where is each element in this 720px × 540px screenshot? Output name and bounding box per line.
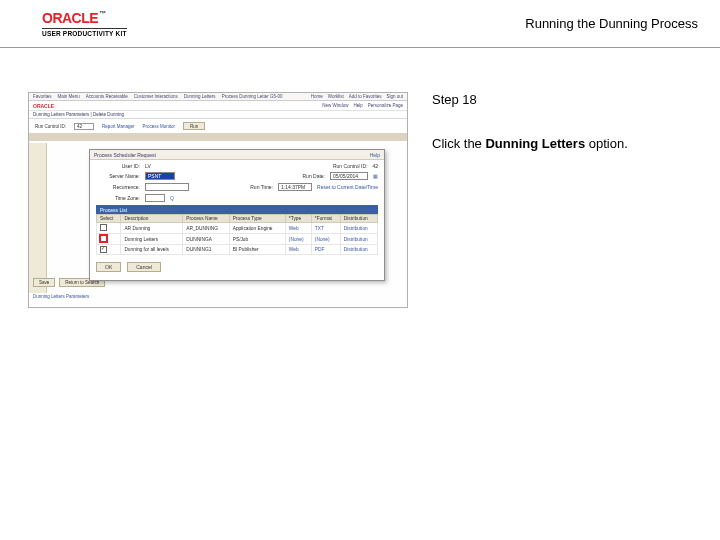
- mini-oracle-logo: ORACLE: [33, 103, 54, 109]
- cell-type[interactable]: Web: [285, 223, 311, 234]
- embedded-screenshot: Favorites Main Menu Accounts Receivable …: [28, 92, 408, 308]
- cell-process-name: DUNNING1: [183, 245, 229, 255]
- runcontrol-value: 42: [372, 163, 378, 169]
- modal-footer: OK Cancel: [90, 259, 384, 275]
- instr-pre: Click the: [432, 136, 485, 151]
- process-list-header: Process List: [96, 205, 378, 214]
- cell-format[interactable]: PDF: [311, 245, 340, 255]
- cell-description: Dunning Letters: [121, 234, 183, 245]
- select-checkbox[interactable]: [100, 224, 107, 231]
- timezone-label: Time Zone:: [96, 195, 140, 201]
- server-name-field[interactable]: PSNT: [145, 172, 175, 180]
- cell-type[interactable]: (None): [285, 234, 311, 245]
- th-process-name: Process Name: [183, 215, 229, 223]
- modal-title: Process Scheduler Request: [94, 152, 156, 158]
- ok-button[interactable]: OK: [96, 262, 121, 272]
- mini-side-strip: [29, 143, 47, 293]
- runtime-field[interactable]: 1:14:37PM: [278, 183, 312, 191]
- instruction-pane: Step 18 Click the Dunning Letters option…: [424, 92, 704, 308]
- runcontrol-label: Run Control ID:: [331, 163, 367, 169]
- cell-process-name: AR_DUNNING: [183, 223, 229, 234]
- report-manager-link[interactable]: Report Manager: [102, 124, 135, 129]
- instruction-text: Click the Dunning Letters option.: [432, 135, 684, 153]
- modal-body: User ID: LV Run Control ID: 42 Server Na…: [90, 160, 384, 259]
- table-row: AR Dunning AR_DUNNING Application Engine…: [97, 223, 378, 234]
- user-id-label: User ID:: [96, 163, 140, 169]
- oracle-logo-text: ORACLE: [42, 10, 98, 26]
- runcontrol-value: 42: [74, 123, 94, 130]
- mini-filter-row: Run Control ID: 42 Report Manager Proces…: [29, 119, 407, 133]
- th-process-type: Process Type: [229, 215, 285, 223]
- table-row: Dunning for all levels DUNNING1 BI Publi…: [97, 245, 378, 255]
- timezone-field[interactable]: [145, 194, 165, 202]
- process-monitor-link[interactable]: Process Monitor: [143, 124, 176, 129]
- modal-help-link[interactable]: Help: [370, 152, 380, 158]
- cell-process-type: Application Engine: [229, 223, 285, 234]
- th-description: Description: [121, 215, 183, 223]
- cell-description: AR Dunning: [121, 223, 183, 234]
- nav-item[interactable]: Accounts Receivable: [86, 94, 128, 99]
- cell-distribution[interactable]: Distribution: [340, 245, 377, 255]
- logo-subtitle: USER PRODUCTIVITY KIT: [42, 28, 127, 37]
- mini-tabs[interactable]: Dunning Letters Parameters | Delete Dunn…: [29, 111, 407, 119]
- reset-time-link[interactable]: Reset to Current Date/Time: [317, 184, 378, 190]
- th-format: *Format: [311, 215, 340, 223]
- cell-format[interactable]: TXT: [311, 223, 340, 234]
- cell-process-name: DUNNINGA: [183, 234, 229, 245]
- step-label: Step 18: [432, 92, 684, 107]
- run-button[interactable]: Run: [183, 122, 205, 130]
- nav-item[interactable]: Main Menu: [58, 94, 80, 99]
- process-scheduler-modal: Process Scheduler Request Help User ID: …: [89, 149, 385, 281]
- cell-type[interactable]: Web: [285, 245, 311, 255]
- nav-item[interactable]: Home: [311, 94, 323, 99]
- th-type: *Type: [285, 215, 311, 223]
- screenshot-pane: Favorites Main Menu Accounts Receivable …: [0, 92, 424, 308]
- modal-title-bar: Process Scheduler Request Help: [90, 150, 384, 160]
- runcontrol-label: Run Control ID:: [35, 124, 66, 129]
- user-id-value: LV: [145, 163, 151, 169]
- calendar-icon[interactable]: ▦: [373, 173, 378, 179]
- select-checkbox[interactable]: [100, 246, 107, 253]
- nav-item[interactable]: Add to Favorites: [349, 94, 382, 99]
- cancel-button[interactable]: Cancel: [127, 262, 161, 272]
- link-help[interactable]: Help: [353, 103, 362, 108]
- nav-item[interactable]: Worklist: [328, 94, 344, 99]
- instr-bold: Dunning Letters: [485, 136, 585, 151]
- nav-item[interactable]: Sign out: [386, 94, 403, 99]
- nav-item[interactable]: Customer Interactions: [134, 94, 178, 99]
- page-header: ORACLE ™ USER PRODUCTIVITY KIT Running t…: [0, 0, 720, 48]
- cell-process-type: PS/Job: [229, 234, 285, 245]
- instr-post: option.: [585, 136, 628, 151]
- nav-item[interactable]: Dunning Letters: [184, 94, 216, 99]
- cell-format[interactable]: (None): [311, 234, 340, 245]
- runtime-label: Run Time:: [237, 184, 273, 190]
- lookup-icon[interactable]: Q: [170, 195, 174, 201]
- link-new-window[interactable]: New Window: [322, 103, 348, 108]
- table-row: Dunning Letters DUNNINGA PS/Job (None) (…: [97, 234, 378, 245]
- th-distribution: Distribution: [340, 215, 377, 223]
- mini-topnav: Favorites Main Menu Accounts Receivable …: [29, 93, 407, 101]
- content-row: Favorites Main Menu Accounts Receivable …: [0, 48, 720, 308]
- cell-distribution[interactable]: Distribution: [340, 234, 377, 245]
- select-checkbox-dunning-letters[interactable]: [100, 235, 107, 242]
- cell-process-type: BI Publisher: [229, 245, 285, 255]
- th-select: Select: [97, 215, 121, 223]
- rundate-label: Run Date:: [289, 173, 325, 179]
- server-name-label: Server Name:: [96, 173, 140, 179]
- page-title: Running the Dunning Process: [525, 16, 698, 31]
- oracle-logo-block: ORACLE ™ USER PRODUCTIVITY KIT: [42, 10, 127, 37]
- nav-item[interactable]: Process Dunning Letter G5-00: [222, 94, 283, 99]
- recurrence-field[interactable]: [145, 183, 189, 191]
- cell-description: Dunning for all levels: [121, 245, 183, 255]
- mini-lower-link[interactable]: Dunning Letters Parameters: [33, 294, 89, 299]
- save-button[interactable]: Save: [33, 278, 55, 287]
- recurrence-label: Recurrence:: [96, 184, 140, 190]
- mini-strip: [29, 133, 407, 141]
- trademark-icon: ™: [99, 10, 106, 17]
- link-personalize[interactable]: Personalize Page: [368, 103, 403, 108]
- nav-item[interactable]: Favorites: [33, 94, 52, 99]
- rundate-field[interactable]: 05/05/2014: [330, 172, 368, 180]
- cell-distribution[interactable]: Distribution: [340, 223, 377, 234]
- mini-brand-row: ORACLE New Window Help Personalize Page: [29, 101, 407, 111]
- process-list-table: Select Description Process Name Process …: [96, 214, 378, 255]
